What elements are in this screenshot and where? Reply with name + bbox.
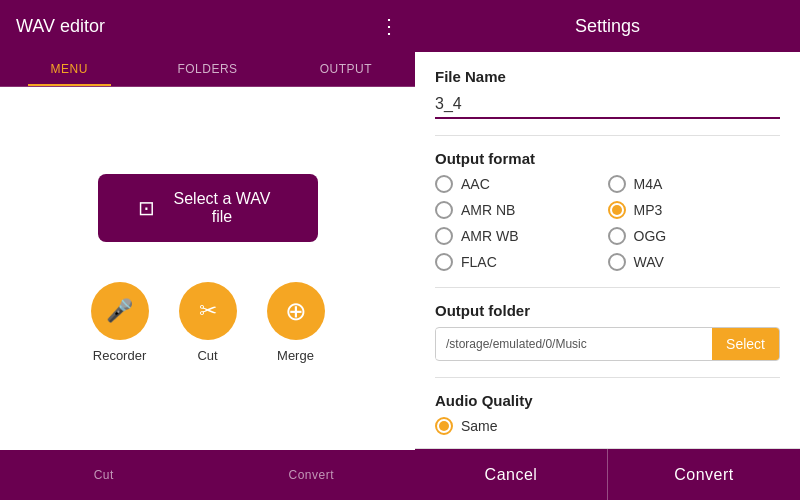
radio-circle-amr-wb [435, 227, 453, 245]
bottom-nav: Cut Convert [0, 450, 415, 500]
cancel-button[interactable]: Cancel [415, 449, 608, 500]
select-wav-button[interactable]: ⊡ Select a WAV file [98, 174, 318, 242]
radio-label-ogg: OGG [634, 228, 667, 244]
recorder-icon: 🎤 [91, 282, 149, 340]
file-name-label: File Name [435, 68, 780, 85]
divider-1 [435, 135, 780, 136]
audio-quality-label: Audio Quality [435, 392, 780, 409]
output-folder-group: Output folder /storage/emulated/0/Music … [435, 302, 780, 361]
settings-footer: Cancel Convert [415, 448, 800, 500]
radio-label-aac: AAC [461, 176, 490, 192]
recorder-label: Recorder [93, 348, 146, 363]
more-icon[interactable]: ⋮ [379, 14, 399, 38]
radio-aac[interactable]: AAC [435, 175, 608, 193]
tool-merge[interactable]: ⊕ Merge [267, 282, 325, 363]
radio-circle-wav [608, 253, 626, 271]
radio-flac[interactable]: FLAC [435, 253, 608, 271]
settings-header: Settings [415, 0, 800, 52]
bottom-nav-convert[interactable]: Convert [208, 450, 416, 500]
cut-icon: ✂ [179, 282, 237, 340]
tool-recorder[interactable]: 🎤 Recorder [91, 282, 149, 363]
divider-3 [435, 377, 780, 378]
radio-m4a[interactable]: M4A [608, 175, 781, 193]
tabs-bar: MENU FOLDERS OUTPUT [0, 52, 415, 87]
radio-inner-same [439, 421, 449, 431]
radio-mp3[interactable]: MP3 [608, 201, 781, 219]
radio-amr-nb[interactable]: AMR NB [435, 201, 608, 219]
format-grid: AAC M4A AMR NB MP3 [435, 175, 780, 271]
select-wav-label: Select a WAV file [167, 190, 278, 226]
output-folder-label: Output folder [435, 302, 780, 319]
radio-inner-mp3 [612, 205, 622, 215]
app-title: WAV editor [16, 16, 105, 37]
merge-label: Merge [277, 348, 314, 363]
radio-label-m4a: M4A [634, 176, 663, 192]
app-header: WAV editor ⋮ [0, 0, 415, 52]
wav-icon: ⊡ [138, 196, 155, 220]
quality-same[interactable]: Same [435, 417, 780, 435]
radio-circle-mp3 [608, 201, 626, 219]
cut-label: Cut [197, 348, 217, 363]
radio-circle-same [435, 417, 453, 435]
radio-circle-aac [435, 175, 453, 193]
settings-title: Settings [575, 16, 640, 37]
radio-label-mp3: MP3 [634, 202, 663, 218]
bottom-tools: 🎤 Recorder ✂ Cut ⊕ Merge [91, 282, 325, 363]
radio-circle-flac [435, 253, 453, 271]
quality-same-label: Same [461, 418, 498, 434]
left-panel: WAV editor ⋮ MENU FOLDERS OUTPUT ⊡ Selec… [0, 0, 415, 500]
tab-output[interactable]: OUTPUT [277, 52, 415, 86]
bottom-nav-cut[interactable]: Cut [0, 450, 208, 500]
file-name-group: File Name [435, 68, 780, 119]
radio-label-amr-nb: AMR NB [461, 202, 515, 218]
output-format-label: Output format [435, 150, 780, 167]
tab-folders[interactable]: FOLDERS [138, 52, 276, 86]
radio-label-wav: WAV [634, 254, 664, 270]
radio-label-amr-wb: AMR WB [461, 228, 519, 244]
folder-row: /storage/emulated/0/Music Select [435, 327, 780, 361]
divider-2 [435, 287, 780, 288]
folder-select-button[interactable]: Select [712, 328, 779, 360]
output-format-group: Output format AAC M4A AMR NB [435, 150, 780, 271]
radio-amr-wb[interactable]: AMR WB [435, 227, 608, 245]
convert-button[interactable]: Convert [608, 449, 800, 500]
tab-menu[interactable]: MENU [0, 52, 138, 86]
tool-cut[interactable]: ✂ Cut [179, 282, 237, 363]
radio-label-flac: FLAC [461, 254, 497, 270]
audio-quality-group: Audio Quality Same [435, 392, 780, 435]
settings-content: File Name Output format AAC M4A [415, 52, 800, 448]
radio-circle-m4a [608, 175, 626, 193]
file-name-input[interactable] [435, 91, 780, 119]
radio-wav[interactable]: WAV [608, 253, 781, 271]
right-panel: Settings File Name Output format AAC M4A [415, 0, 800, 500]
radio-ogg[interactable]: OGG [608, 227, 781, 245]
merge-icon: ⊕ [267, 282, 325, 340]
radio-circle-ogg [608, 227, 626, 245]
left-content: ⊡ Select a WAV file 🎤 Recorder ✂ Cut ⊕ M… [0, 87, 415, 450]
folder-path: /storage/emulated/0/Music [436, 329, 712, 359]
radio-circle-amr-nb [435, 201, 453, 219]
